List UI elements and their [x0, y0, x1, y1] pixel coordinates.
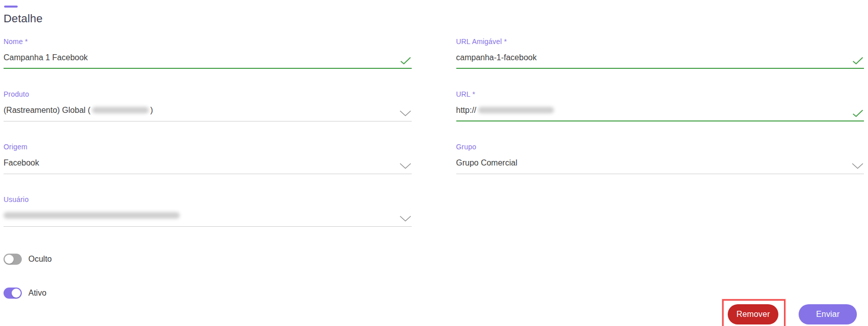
produto-value-prefix: (Rastreamento) Global ( [4, 106, 91, 114]
remover-button[interactable]: Remover [728, 304, 778, 324]
detail-page: Detalhe Nome * Campanha 1 Facebook URL A… [0, 0, 868, 326]
valid-check-icon [400, 57, 411, 65]
toggle-ativo[interactable]: Ativo [4, 288, 864, 299]
origem-select[interactable]: Facebook [4, 158, 412, 174]
enviar-button[interactable]: Enviar [799, 304, 857, 324]
page-title: Detalhe [4, 11, 864, 26]
form-grid: Nome * Campanha 1 Facebook URL Amigável … [4, 37, 864, 227]
url-amigavel-input[interactable]: campanha-1-facebook [456, 53, 864, 69]
field-origem-label: Origem [4, 143, 412, 151]
tab-indicator [4, 6, 18, 8]
field-spacer [456, 195, 864, 227]
origem-value: Facebook [4, 158, 39, 167]
ativo-switch[interactable] [4, 288, 22, 299]
chevron-down-icon [400, 216, 411, 222]
toggle-oculto[interactable]: Oculto [4, 254, 864, 265]
chevron-down-icon [400, 110, 411, 116]
url-value-prefix: http:// [456, 106, 477, 114]
field-url-amigavel-label: URL Amigável * [456, 37, 864, 46]
field-grupo: Grupo Grupo Comercial [456, 143, 864, 174]
redacted-text [92, 107, 149, 113]
grupo-value: Grupo Comercial [456, 158, 518, 167]
valid-check-icon [852, 109, 863, 117]
toggle-ativo-label: Ativo [28, 289, 47, 298]
url-amigavel-value: campanha-1-facebook [456, 53, 537, 62]
toggle-group: Oculto Ativo [4, 254, 864, 299]
field-url-label: URL * [456, 90, 864, 99]
switch-thumb [12, 289, 21, 298]
redacted-text [478, 107, 554, 113]
usuario-select[interactable] [4, 211, 412, 227]
chevron-down-icon [400, 163, 411, 169]
chevron-down-icon [852, 163, 863, 169]
remover-highlight-box: Remover [722, 299, 785, 326]
valid-check-icon [852, 57, 863, 65]
field-usuario: Usuário [4, 195, 412, 227]
field-nome: Nome * Campanha 1 Facebook [4, 37, 412, 69]
actions-row: Remover Enviar [4, 299, 864, 326]
url-input[interactable]: http:// [456, 105, 864, 121]
produto-value-suffix: ) [150, 106, 153, 114]
nome-input[interactable]: Campanha 1 Facebook [4, 53, 412, 69]
produto-select[interactable]: (Rastreamento) Global () [4, 105, 412, 121]
field-url: URL * http:// [456, 90, 864, 121]
toggle-oculto-label: Oculto [28, 255, 52, 264]
field-produto-label: Produto [4, 90, 412, 99]
field-usuario-label: Usuário [4, 195, 412, 204]
field-origem: Origem Facebook [4, 143, 412, 174]
field-grupo-label: Grupo [456, 143, 864, 151]
redacted-text [4, 212, 180, 219]
field-url-amigavel: URL Amigável * campanha-1-facebook [456, 37, 864, 69]
nome-value: Campanha 1 Facebook [4, 53, 88, 62]
switch-thumb [5, 255, 14, 264]
oculto-switch[interactable] [4, 254, 22, 265]
grupo-select[interactable]: Grupo Comercial [456, 158, 864, 174]
field-nome-label: Nome * [4, 37, 412, 46]
field-produto: Produto (Rastreamento) Global () [4, 90, 412, 121]
